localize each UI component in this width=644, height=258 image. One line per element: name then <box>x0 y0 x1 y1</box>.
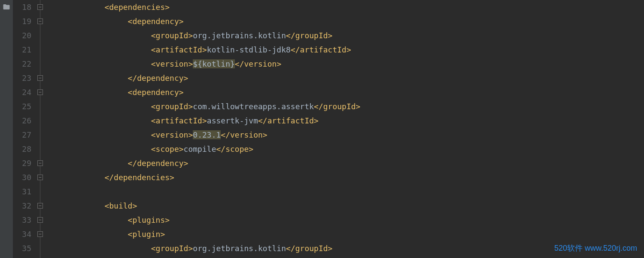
line-number-gutter: 181920212223242526272829303132333435 <box>13 0 36 258</box>
code-line[interactable]: <dependency> <box>58 14 644 28</box>
code-line[interactable]: <dependency> <box>58 85 644 99</box>
fold-open-icon[interactable]: − <box>37 217 43 223</box>
code-line[interactable]: <groupId>com.willowtreeapps.assertk</gro… <box>58 99 644 114</box>
fold-open-icon[interactable]: − <box>37 203 43 209</box>
line-number: 24 <box>13 85 31 99</box>
line-number: 32 <box>13 199 31 213</box>
fold-open-icon[interactable]: − <box>37 231 43 237</box>
line-number: 28 <box>13 142 31 156</box>
code-line[interactable]: <artifactId>kotlin-stdlib-jdk8</artifact… <box>58 43 644 57</box>
code-editor[interactable]: 181920212223242526272829303132333435 −−−… <box>0 0 644 258</box>
fold-close-icon[interactable]: − <box>37 175 43 180</box>
line-number: 19 <box>13 14 31 28</box>
code-line[interactable]: <groupId>org.jetbrains.kotlin</groupId> <box>58 28 644 43</box>
fold-close-icon[interactable]: − <box>37 160 43 166</box>
fold-open-icon[interactable]: − <box>37 89 43 95</box>
line-number: 21 <box>13 43 31 57</box>
line-number: 33 <box>13 213 31 227</box>
line-number: 26 <box>13 114 31 128</box>
code-line[interactable]: <dependencies> <box>58 0 644 14</box>
code-line[interactable]: </dependencies> <box>58 170 644 184</box>
line-number: 27 <box>13 128 31 142</box>
icon-sidebar <box>0 0 13 258</box>
line-number: 30 <box>13 170 31 184</box>
line-number: 22 <box>13 57 31 71</box>
line-number: 34 <box>13 227 31 241</box>
code-line[interactable] <box>58 184 644 199</box>
line-number: 35 <box>13 241 31 255</box>
line-number: 18 <box>13 0 31 14</box>
fold-close-icon[interactable]: − <box>37 75 43 81</box>
watermark-text: 520软件 www.520rj.com <box>554 241 637 255</box>
code-line[interactable]: <version>${kotlin}</version> <box>58 57 644 71</box>
line-number: 20 <box>13 28 31 43</box>
code-area[interactable]: <dependencies> <dependency> <groupId>org… <box>58 0 644 258</box>
line-number: 23 <box>13 71 31 85</box>
code-line[interactable]: <scope>compile</scope> <box>58 142 644 156</box>
code-line[interactable]: <plugin> <box>58 227 644 241</box>
code-line[interactable]: <version>0.23.1</version> <box>58 128 644 142</box>
fold-column[interactable]: −−−−−−−−− <box>36 0 58 258</box>
folder-icon <box>3 3 10 11</box>
fold-open-icon[interactable]: − <box>37 18 43 24</box>
line-number: 31 <box>13 184 31 199</box>
line-number: 25 <box>13 99 31 114</box>
line-number: 29 <box>13 156 31 170</box>
code-line[interactable]: </dependency> <box>58 71 644 85</box>
code-line[interactable]: </dependency> <box>58 156 644 170</box>
fold-open-icon[interactable]: − <box>37 4 43 10</box>
code-line[interactable]: <artifactId>assertk-jvm</artifactId> <box>58 114 644 128</box>
code-line[interactable]: <build> <box>58 199 644 213</box>
code-line[interactable]: <plugins> <box>58 213 644 227</box>
